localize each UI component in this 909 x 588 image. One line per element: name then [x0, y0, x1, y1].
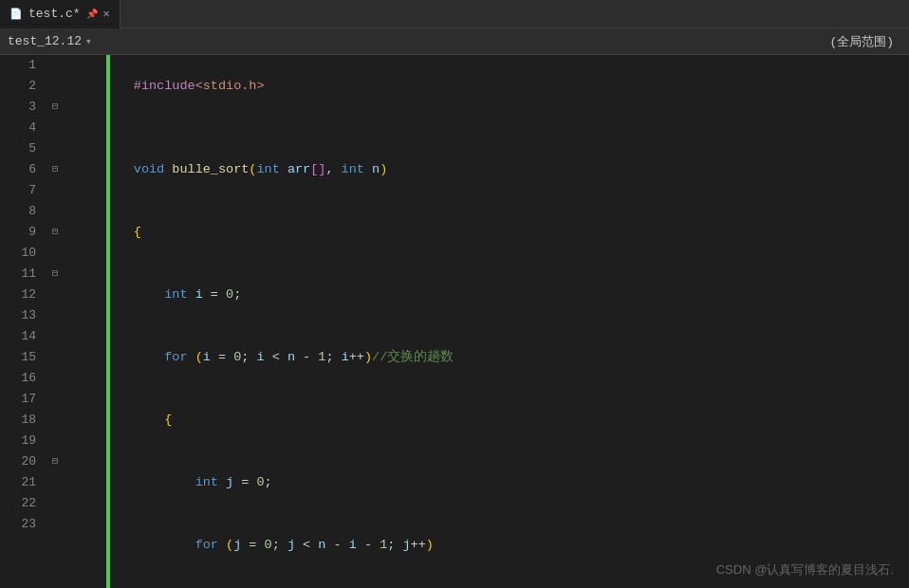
fold-23 [46, 514, 65, 535]
line-num-8: 8 [0, 201, 42, 222]
code-line-3: void bulle_sort(int arr[], int n) [72, 138, 909, 201]
pin-icon[interactable]: 📌 [86, 9, 98, 20]
fold-19 [46, 431, 65, 451]
fold-21 [46, 472, 65, 493]
fold-gutter: ⊟ ⊟ ⊟ ⊟ ⊟ [46, 55, 65, 588]
fold-9[interactable]: ⊟ [46, 222, 65, 243]
line-num-23: 23 [0, 514, 42, 535]
line-num-1: 1 [0, 55, 42, 76]
fold-18 [46, 410, 65, 431]
code-line-8: int j = 0; [72, 451, 909, 514]
file-icon: 📄 [9, 8, 23, 20]
fold-16 [46, 368, 65, 389]
line-num-22: 22 [0, 493, 42, 514]
line-num-6: 6 [0, 159, 42, 180]
fold-14 [46, 326, 65, 347]
fold-4 [46, 118, 65, 138]
tab-label: test.c* [28, 7, 81, 21]
line-numbers: 1 2 3 4 5 6 7 8 9 10 11 12 13 14 15 16 1… [0, 55, 46, 588]
code-area[interactable]: #include<stdio.h> void bulle_sort(int ar… [65, 55, 909, 588]
file-name: test_12.12 [8, 34, 82, 48]
fold-20[interactable]: ⊟ [46, 451, 65, 472]
editor: 1 2 3 4 5 6 7 8 9 10 11 12 13 14 15 16 1… [0, 55, 909, 588]
file-tab[interactable]: 📄 test.c* 📌 ✕ [0, 0, 121, 28]
line-num-12: 12 [0, 285, 42, 305]
app-container: 📄 test.c* 📌 ✕ test_12.12 ▾ (全局范围) 1 2 3 … [0, 0, 909, 588]
code-line-1: #include<stdio.h> [72, 55, 909, 118]
line-num-3: 3 [0, 97, 42, 118]
fold-3[interactable]: ⊟ [46, 97, 65, 118]
line-num-9: 9 [0, 222, 42, 243]
fold-7 [46, 180, 65, 201]
line-num-20: 20 [0, 451, 42, 472]
line-num-19: 19 [0, 431, 42, 451]
line-num-21: 21 [0, 472, 42, 493]
code-line-2 [72, 118, 909, 138]
line-num-4: 4 [0, 118, 42, 138]
fold-8 [46, 201, 65, 222]
fold-12 [46, 285, 65, 305]
fold-2 [46, 76, 65, 97]
line-num-13: 13 [0, 305, 42, 326]
line-num-17: 17 [0, 389, 42, 410]
line-num-10: 10 [0, 243, 42, 264]
fold-6[interactable]: ⊟ [46, 159, 65, 180]
fold-1 [46, 55, 65, 76]
code-line-7: { [72, 389, 909, 451]
fold-11[interactable]: ⊟ [46, 264, 65, 285]
green-bar [106, 55, 110, 588]
code-line-5: int i = 0; [72, 264, 909, 326]
watermark: CSDN @认真写博客的夏目浅石. [716, 561, 894, 579]
breadcrumb-file-section[interactable]: test_12.12 ▾ [8, 34, 818, 48]
fold-13 [46, 305, 65, 326]
line-num-18: 18 [0, 410, 42, 431]
line-num-16: 16 [0, 368, 42, 389]
line-num-2: 2 [0, 76, 42, 97]
fold-15 [46, 347, 65, 368]
scope-label: (全局范围) [822, 33, 901, 50]
line-num-5: 5 [0, 138, 42, 159]
breadcrumb-bar: test_12.12 ▾ (全局范围) [0, 28, 909, 55]
dropdown-icon[interactable]: ▾ [85, 35, 92, 47]
fold-10 [46, 243, 65, 264]
close-icon[interactable]: ✕ [103, 7, 110, 21]
line-num-14: 14 [0, 326, 42, 347]
code-line-4: { [72, 201, 909, 264]
code-line-6: for (i = 0; i < n - 1; i++)//交换的趟数 [72, 326, 909, 389]
line-num-7: 7 [0, 180, 42, 201]
fold-17 [46, 389, 65, 410]
line-num-15: 15 [0, 347, 42, 368]
fold-22 [46, 493, 65, 514]
line-num-11: 11 [0, 264, 42, 285]
title-bar: 📄 test.c* 📌 ✕ [0, 0, 909, 28]
fold-5 [46, 138, 65, 159]
